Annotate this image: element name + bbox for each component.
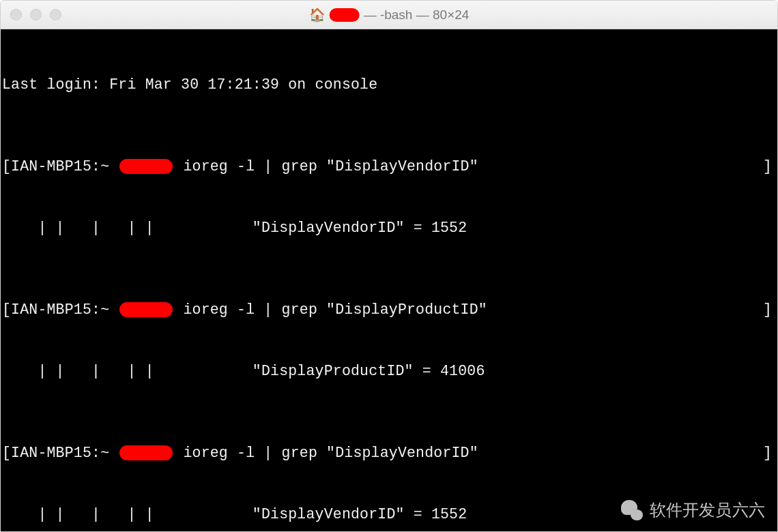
prompt-line-1: [IAN-MBP15:~ ioreg -l | grep "DisplayVen… [2, 156, 776, 177]
prompt-host: IAN-MBP15:~ [11, 443, 118, 463]
close-window-button[interactable] [10, 9, 22, 20]
command-2: ioreg -l | grep "DisplayProductID" [174, 299, 487, 320]
close-bracket: ] [763, 443, 776, 463]
close-bracket: ] [763, 299, 776, 320]
redacted-user [119, 445, 173, 460]
prompt-line-3: [IAN-MBP15:~ ioreg -l | grep "DisplayVen… [2, 443, 776, 463]
home-icon: 🏠 [309, 8, 326, 21]
redacted-user [119, 159, 173, 174]
command-1: ioreg -l | grep "DisplayVendorID" [174, 156, 478, 177]
wechat-icon [620, 500, 643, 520]
terminal-window: 🏠 — -bash — 80×24 Last login: Fri Mar 30… [0, 0, 778, 532]
zoom-window-button[interactable] [50, 9, 61, 20]
open-bracket: [ [2, 443, 11, 463]
window-title: 🏠 — -bash — 80×24 [309, 8, 470, 23]
command-3: ioreg -l | grep "DisplayVendorID" [174, 443, 478, 463]
prompt-host: IAN-MBP15:~ [11, 299, 118, 320]
window-title-text: — -bash — 80×24 [364, 8, 470, 23]
traffic-lights [1, 9, 61, 20]
prompt-line-2: [IAN-MBP15:~ ioreg -l | grep "DisplayPro… [2, 299, 776, 320]
output-line: | | | | | "DisplayVendorID" = 1552 [2, 218, 776, 238]
last-login-line: Last login: Fri Mar 30 17:21:39 on conso… [2, 74, 776, 95]
redacted-user [119, 302, 173, 317]
watermark: 软件开发员六六 [620, 500, 765, 520]
terminal-body[interactable]: Last login: Fri Mar 30 17:21:39 on conso… [1, 29, 777, 531]
redacted-username [330, 8, 360, 22]
minimize-window-button[interactable] [30, 9, 42, 20]
close-bracket: ] [763, 156, 776, 177]
watermark-text: 软件开发员六六 [650, 500, 765, 520]
prompt-host: IAN-MBP15:~ [11, 156, 118, 177]
output-line: | | | | | "DisplayProductID" = 41006 [2, 361, 776, 381]
open-bracket: [ [2, 156, 11, 177]
titlebar: 🏠 — -bash — 80×24 [1, 1, 777, 29]
open-bracket: [ [2, 299, 11, 320]
